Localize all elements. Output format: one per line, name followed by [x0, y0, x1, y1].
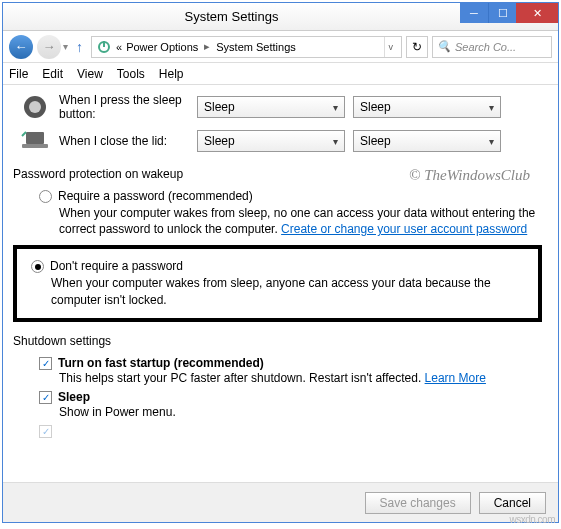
- dont-require-password-option[interactable]: Don't require a password: [31, 259, 530, 273]
- require-password-option[interactable]: Require a password (recommended): [39, 189, 542, 203]
- address-bar[interactable]: « Power Options ▸ System Settings v: [91, 36, 402, 58]
- source-watermark: wsxdn.com: [509, 514, 555, 525]
- breadcrumb-arrow: ▸: [204, 40, 210, 53]
- sleep-button-plugged-select[interactable]: Sleep: [353, 96, 501, 118]
- close-button[interactable]: ✕: [516, 3, 558, 23]
- back-button[interactable]: ←: [9, 35, 33, 59]
- window-buttons: ─ ☐ ✕: [460, 3, 558, 30]
- sleep-label: Sleep: [58, 390, 90, 404]
- save-button[interactable]: Save changes: [365, 492, 471, 514]
- sleep-button-battery-select[interactable]: Sleep: [197, 96, 345, 118]
- close-lid-label: When I close the lid:: [59, 134, 189, 148]
- sleep-option[interactable]: Sleep: [39, 390, 542, 404]
- refresh-button[interactable]: ↻: [406, 36, 428, 58]
- forward-button[interactable]: →: [37, 35, 61, 59]
- sleep-desc: Show in Power menu.: [59, 404, 542, 420]
- sleep-button-row: When I press the sleep button: Sleep Sle…: [19, 93, 542, 121]
- address-dropdown[interactable]: v: [384, 37, 398, 57]
- search-placeholder: Search Co...: [455, 41, 516, 53]
- search-input[interactable]: 🔍 Search Co...: [432, 36, 552, 58]
- navbar: ← → ▾ ↑ « Power Options ▸ System Setting…: [3, 31, 558, 63]
- cancel-button[interactable]: Cancel: [479, 492, 546, 514]
- checkbox-icon: [39, 425, 52, 438]
- titlebar: System Settings ─ ☐ ✕: [3, 3, 558, 31]
- require-password-desc: When your computer wakes from sleep, no …: [59, 205, 542, 237]
- close-lid-plugged-select[interactable]: Sleep: [353, 130, 501, 152]
- highlighted-option: Don't require a password When your compu…: [13, 245, 542, 321]
- window: System Settings ─ ☐ ✕ ← → ▾ ↑ « Power Op…: [2, 2, 559, 523]
- menubar: File Edit View Tools Help: [3, 63, 558, 85]
- password-section-heading: Password protection on wakeup: [13, 167, 542, 181]
- dont-require-password-label: Don't require a password: [50, 259, 183, 273]
- require-password-label: Require a password (recommended): [58, 189, 253, 203]
- close-lid-row: When I close the lid: Sleep Sleep: [19, 127, 542, 155]
- dont-require-password-desc: When your computer wakes from sleep, any…: [51, 275, 530, 307]
- fast-startup-option[interactable]: Turn on fast startup (recommended): [39, 356, 542, 370]
- breadcrumb-sep: «: [116, 41, 122, 53]
- checkbox-icon: [39, 357, 52, 370]
- svg-point-3: [29, 101, 41, 113]
- truncated-option: [39, 424, 542, 438]
- svg-rect-5: [22, 144, 48, 148]
- change-password-link[interactable]: Create or change your user account passw…: [281, 222, 527, 236]
- menu-tools[interactable]: Tools: [117, 67, 145, 81]
- breadcrumb-item[interactable]: System Settings: [216, 41, 295, 53]
- sleep-button-label: When I press the sleep button:: [59, 93, 189, 121]
- window-title: System Settings: [3, 9, 460, 24]
- menu-edit[interactable]: Edit: [42, 67, 63, 81]
- content-area: When I press the sleep button: Sleep Sle…: [3, 85, 558, 482]
- maximize-button[interactable]: ☐: [488, 3, 516, 23]
- nav-history-dropdown[interactable]: ▾: [63, 41, 68, 52]
- learn-more-link[interactable]: Learn More: [425, 371, 486, 385]
- power-icon: [96, 39, 112, 55]
- svg-rect-4: [26, 132, 44, 144]
- sleep-button-icon: [19, 93, 51, 121]
- breadcrumb-item[interactable]: Power Options: [126, 41, 198, 53]
- minimize-button[interactable]: ─: [460, 3, 488, 23]
- fast-startup-desc: This helps start your PC faster after sh…: [59, 370, 542, 386]
- menu-file[interactable]: File: [9, 67, 28, 81]
- radio-icon: [31, 260, 44, 273]
- up-button[interactable]: ↑: [76, 39, 83, 55]
- footer: Save changes Cancel: [3, 482, 558, 522]
- password-radio-group: Require a password (recommended) When yo…: [39, 189, 542, 237]
- fast-startup-label: Turn on fast startup (recommended): [58, 356, 264, 370]
- checkbox-icon: [39, 391, 52, 404]
- menu-help[interactable]: Help: [159, 67, 184, 81]
- menu-view[interactable]: View: [77, 67, 103, 81]
- radio-icon: [39, 190, 52, 203]
- close-lid-battery-select[interactable]: Sleep: [197, 130, 345, 152]
- search-icon: 🔍: [437, 40, 451, 53]
- shutdown-check-group: Turn on fast startup (recommended) This …: [39, 356, 542, 438]
- laptop-icon: [19, 127, 51, 155]
- shutdown-section-heading: Shutdown settings: [13, 334, 542, 348]
